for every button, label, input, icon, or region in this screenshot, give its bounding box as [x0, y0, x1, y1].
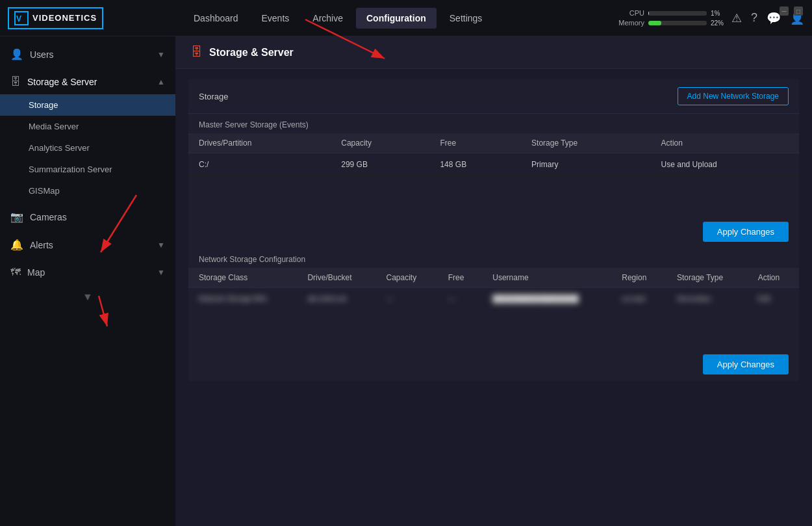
master-table-header-row: Drives/Partition Capacity Free Storage T…	[188, 133, 799, 153]
cpu-value: 1%	[711, 10, 720, 17]
system-stats: CPU 1% Memory 22%	[613, 9, 724, 27]
sidebar-subitem-media-server[interactable]: Media Server	[0, 116, 175, 137]
alerts-arrow: ▼	[157, 241, 165, 250]
nav-configuration[interactable]: Configuration	[356, 8, 437, 29]
ncell-free: —	[438, 287, 483, 309]
cell-capacity: 299 GB	[331, 153, 429, 176]
col-storage-type: Storage Type	[521, 133, 651, 153]
cell-storage-type: Primary	[521, 153, 651, 176]
cpu-bar-fill	[648, 11, 649, 16]
memory-stat: Memory 22%	[613, 19, 724, 27]
nav-settings[interactable]: Settings	[439, 8, 493, 29]
logo-text: VIDEONETICS	[32, 13, 97, 23]
logo-icon: V	[14, 11, 29, 25]
cpu-stat: CPU 1%	[613, 9, 724, 17]
sidebar-section-users: 👤 Users ▼	[0, 42, 175, 67]
alerts-icon: 🔔	[10, 239, 23, 251]
sidebar-section-cameras: 📷 Cameras	[0, 204, 175, 230]
nav-events[interactable]: Events	[251, 8, 300, 29]
page-title: Storage & Server	[209, 47, 294, 59]
ncell-region: us-east	[611, 287, 666, 309]
logo: V VIDEONETICS	[8, 7, 103, 29]
ncell-action: Edit	[748, 287, 799, 309]
cpu-bar-bg	[648, 11, 707, 16]
master-server-table: Drives/Partition Capacity Free Storage T…	[188, 133, 799, 215]
network-storage-title: Network Storage Configuration	[188, 248, 799, 268]
cell-free: 148 GB	[429, 153, 521, 176]
cpu-label: CPU	[613, 9, 644, 17]
sidebar-subitem-gismap[interactable]: GISMap	[0, 180, 175, 202]
sidebar-subitem-storage[interactable]: Storage	[0, 94, 175, 116]
sidebar: 👤 Users ▼ 🗄 Storage & Server ▲ Storage M…	[0, 36, 175, 526]
ncell-capacity: —	[375, 287, 437, 309]
minimize-button[interactable]: ─	[780, 7, 789, 16]
topbar-right: CPU 1% Memory 22% ⚠ ? 💬 👤	[613, 9, 804, 27]
sidebar-subitem-analytics-server[interactable]: Analytics Server	[0, 137, 175, 159]
sidebar-item-map[interactable]: 🗺 Map ▼	[0, 260, 175, 285]
storage-server-arrow: ▲	[157, 77, 165, 86]
apply-changes-button-1[interactable]: Apply Changes	[703, 222, 789, 242]
apply-changes-row-1: Apply Changes	[188, 215, 799, 248]
master-table-empty-row	[188, 176, 799, 215]
cameras-icon: 📷	[10, 211, 23, 223]
svg-text:V: V	[16, 14, 21, 23]
sidebar-subitem-summarization-server[interactable]: Summarization Server	[0, 159, 175, 180]
ncol-region: Region	[611, 268, 666, 288]
cell-drive: C:/	[188, 153, 331, 176]
alert-icon[interactable]: ⚠	[731, 11, 742, 25]
add-network-storage-button[interactable]: Add New Network Storage	[678, 87, 789, 105]
ncell-storage-type: Secondary	[666, 287, 748, 309]
ncell-storage-class: Network Storage BHL	[188, 287, 297, 309]
cell-action: Use and Upload	[651, 153, 799, 176]
sidebar-section-storage-server: 🗄 Storage & Server ▲ Storage Media Serve…	[0, 70, 175, 202]
col-action: Action	[651, 133, 799, 153]
network-table-row-0: Network Storage BHL abc.blob.net — — ███…	[188, 287, 799, 309]
ncol-drive-bucket: Drive/Bucket	[297, 268, 375, 288]
ncell-drive: abc.blob.net	[297, 287, 375, 309]
sidebar-label-map: Map	[27, 267, 151, 278]
sidebar-section-alerts: 🔔 Alerts ▼	[0, 232, 175, 257]
col-capacity: Capacity	[331, 133, 429, 153]
page-header: 🗄 Storage & Server	[175, 36, 812, 69]
content-area: 🗄 Storage & Server Storage Add New Netwo…	[175, 36, 812, 526]
col-free: Free	[429, 133, 521, 153]
maximize-button[interactable]: □	[794, 7, 803, 16]
memory-bar-bg	[648, 21, 707, 25]
sidebar-section-map: 🗺 Map ▼	[0, 260, 175, 285]
memory-bar-fill	[648, 21, 661, 25]
master-server-title: Master Server Storage (Events)	[188, 114, 799, 133]
network-table-empty-row	[188, 309, 799, 348]
ncol-storage-class: Storage Class	[188, 268, 297, 288]
ncell-username: █████████████████	[482, 287, 611, 309]
help-icon[interactable]: ?	[751, 11, 757, 25]
sidebar-label-storage-server: Storage & Server	[27, 77, 151, 87]
apply-changes-row-2: Apply Changes	[188, 348, 799, 381]
apply-changes-button-2[interactable]: Apply Changes	[703, 354, 789, 375]
sidebar-label-alerts: Alerts	[30, 240, 151, 250]
memory-label: Memory	[613, 19, 644, 27]
ncol-free: Free	[438, 268, 483, 288]
storage-label: Storage	[199, 92, 229, 101]
window-controls: ─ □	[780, 7, 803, 16]
ncol-username: Username	[482, 268, 611, 288]
sidebar-item-alerts[interactable]: 🔔 Alerts ▼	[0, 232, 175, 257]
nav-archive[interactable]: Archive	[302, 8, 353, 29]
storage-server-icon: 🗄	[10, 76, 21, 88]
content-body: Storage Add New Network Storage Master S…	[175, 69, 812, 404]
message-icon[interactable]: 💬	[767, 11, 781, 25]
sidebar-item-cameras[interactable]: 📷 Cameras	[0, 204, 175, 230]
sidebar-item-storage-server[interactable]: 🗄 Storage & Server ▲	[0, 70, 175, 94]
sidebar-label-users: Users	[30, 49, 151, 60]
map-icon: 🗺	[10, 267, 21, 278]
storage-section-header: Storage Add New Network Storage	[188, 79, 799, 114]
map-arrow: ▼	[157, 268, 165, 277]
sidebar-item-users[interactable]: 👤 Users ▼	[0, 42, 175, 67]
sidebar-scroll-arrow: ▼	[0, 287, 175, 307]
users-icon: 👤	[10, 48, 23, 60]
topbar: V VIDEONETICS Dashboard Events Archive C…	[0, 0, 812, 36]
network-table-header-row: Storage Class Drive/Bucket Capacity Free…	[188, 268, 799, 288]
page-header-icon: 🗄	[191, 46, 203, 59]
main-layout: 👤 Users ▼ 🗄 Storage & Server ▲ Storage M…	[0, 36, 812, 526]
nav-dashboard[interactable]: Dashboard	[183, 8, 249, 29]
storage-section: Storage Add New Network Storage Master S…	[188, 79, 799, 381]
